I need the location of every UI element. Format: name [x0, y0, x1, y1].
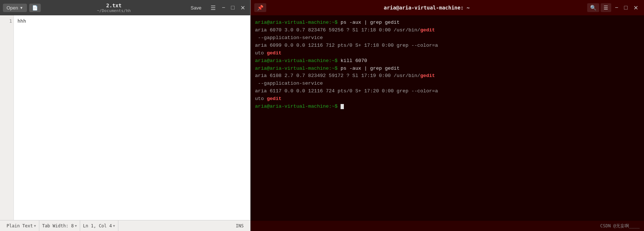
plain-text-selector[interactable]: Plain Text ▼ [4, 220, 39, 231]
plain-text-dropdown-icon: ▼ [34, 224, 36, 228]
gedit-titlebar: Open ▼ 📄 2.txt ~/Documents/hh Save ☰ − □… [0, 0, 250, 15]
terminal-line-1: aria@aria-virtual-machine:~$ ps -aux | g… [255, 19, 640, 27]
line-number-gutter: 1 [0, 15, 14, 220]
terminal-output-1b: --gapplication-service [255, 34, 640, 42]
gedit-left-controls: Open ▼ 📄 [3, 4, 41, 12]
output-2-gedit: gedit [267, 50, 282, 56]
terminal-output-3: aria 6108 2.7 0.7 823492 59172 ? Sl 17:1… [255, 72, 640, 80]
prompt-2: aria@aria-virtual-machine:~$ [255, 58, 341, 63]
terminal-maximize-button[interactable]: □ [622, 4, 630, 12]
terminal-search-button[interactable]: 🔍 [587, 3, 599, 12]
cmd-3: ps -aux | grep gedit [341, 66, 400, 71]
open-button[interactable]: Open ▼ [3, 4, 27, 12]
cursor-position-selector[interactable]: Ln 1, Col 4 ▼ [80, 220, 118, 231]
tab-width-selector[interactable]: Tab Width: 8 ▼ [39, 220, 80, 231]
terminal-cursor [341, 104, 344, 109]
open-dropdown-icon: ▼ [20, 6, 23, 10]
gedit-editor-panel: Open ▼ 📄 2.txt ~/Documents/hh Save ☰ − □… [0, 0, 251, 231]
gedit-minimize-button[interactable]: − [220, 4, 227, 12]
tab-width-dropdown-icon: ▼ [75, 224, 76, 228]
output-4-gedit: gedit [267, 96, 282, 101]
save-to-icon: 📄 [32, 5, 38, 11]
terminal-output-4b: uto gedit [255, 95, 640, 103]
ins-indicator: INS [233, 223, 247, 228]
gedit-right-controls: Save ☰ − □ ✕ [187, 3, 247, 12]
terminal-left-controls: 📌 [254, 3, 266, 12]
terminal-right-controls: 🔍 ☰ − □ ✕ [587, 3, 640, 12]
prompt-3: aria@aria-virtual-machine:~$ [255, 66, 341, 71]
gedit-statusbar: Plain Text ▼ Tab Width: 8 ▼ Ln 1, Col 4 … [0, 220, 250, 231]
terminal-pin-button[interactable]: 📌 [254, 3, 266, 12]
gedit-filepath: ~/Documents/hh [97, 8, 131, 13]
gedit-maximize-button[interactable]: □ [229, 4, 237, 12]
output-1a: aria 6070 3.0 0.7 823476 59256 ? Sl 17:1… [255, 27, 420, 33]
output-2a: aria 6099 0.0 0.0 12116 712 pts/0 S+ 17:… [255, 43, 438, 48]
output-1-gedit: gedit [420, 27, 435, 33]
cmd-1: ps -aux | grep gedit [341, 20, 400, 25]
output-2b-uto: uto [255, 50, 267, 56]
terminal-output-4: aria 6117 0.0 0.0 12116 724 pts/0 S+ 17:… [255, 88, 640, 95]
gedit-content-area: 1 hhh [0, 15, 250, 220]
gedit-close-button[interactable]: ✕ [238, 4, 247, 12]
output-4b-uto: uto [255, 96, 267, 101]
line-number-1: 1 [1, 18, 12, 25]
terminal-titlebar: 📌 aria@aria-virtual-machine: ~ 🔍 ☰ − □ ✕ [251, 0, 644, 15]
terminal-close-button[interactable]: ✕ [631, 4, 640, 12]
terminal-output-3b: --gapplication-service [255, 80, 640, 88]
open-label: Open [7, 5, 18, 11]
terminal-line-4: aria@aria-virtual-machine:~$ [255, 103, 640, 111]
gedit-hamburger-button[interactable]: ☰ [208, 3, 218, 12]
prompt-1: aria@aria-virtual-machine:~$ [255, 20, 341, 25]
terminal-output-1: aria 6070 3.0 0.7 823476 59256 ? Sl 17:1… [255, 27, 640, 34]
editor-text-area[interactable]: hhh [14, 15, 250, 220]
terminal-line-3: aria@aria-virtual-machine:~$ ps -aux | g… [255, 65, 640, 73]
csdn-watermark: CSDN @无妄啊____ [600, 223, 640, 229]
output-3a: aria 6108 2.7 0.7 823492 59172 ? Sl 17:1… [255, 73, 420, 78]
cmd-2: kill 6070 [341, 58, 367, 63]
terminal-output-2b: uto gedit [255, 50, 640, 57]
terminal-menu-button[interactable]: ☰ [601, 3, 611, 12]
terminal-title: aria@aria-virtual-machine: ~ [384, 5, 470, 11]
gedit-save-button[interactable]: Save [187, 4, 205, 12]
terminal-output-2: aria 6099 0.0 0.0 12116 712 pts/0 S+ 17:… [255, 42, 640, 50]
terminal-line-2: aria@aria-virtual-machine:~$ kill 6070 [255, 57, 640, 65]
terminal-minimize-button[interactable]: − [613, 4, 620, 12]
ins-label: INS [236, 223, 244, 228]
save-to-button[interactable]: 📄 [29, 4, 41, 12]
terminal-content[interactable]: aria@aria-virtual-machine:~$ ps -aux | g… [251, 15, 644, 221]
output-4a: aria 6117 0.0 0.0 12116 724 pts/0 S+ 17:… [255, 88, 438, 94]
terminal-panel: 📌 aria@aria-virtual-machine: ~ 🔍 ☰ − □ ✕… [251, 0, 644, 231]
plain-text-label: Plain Text [7, 223, 33, 228]
gedit-filename: 2.txt [106, 3, 121, 8]
output-3b: --gapplication-service [255, 81, 323, 86]
terminal-footer: CSDN @无妄啊____ [251, 221, 644, 231]
output-3-gedit: gedit [420, 73, 435, 78]
output-1b: --gapplication-service [255, 35, 323, 41]
gedit-title-center: 2.txt ~/Documents/hh [97, 3, 131, 13]
tab-width-label: Tab Width: 8 [42, 223, 74, 228]
position-dropdown-icon: ▼ [113, 224, 115, 228]
cursor-position-label: Ln 1, Col 4 [83, 223, 112, 228]
prompt-4: aria@aria-virtual-machine:~$ [255, 104, 341, 109]
